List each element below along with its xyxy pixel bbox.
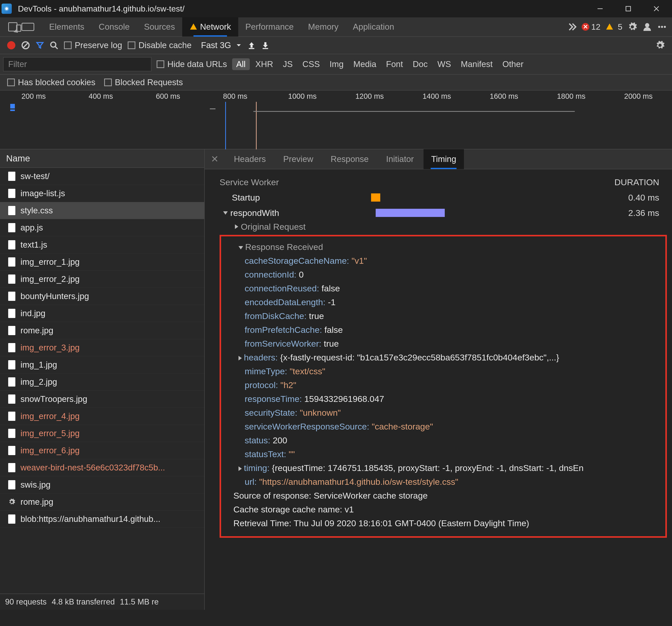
file-icon	[8, 189, 15, 198]
respondwith-label: respondWith	[230, 208, 279, 218]
tab-initiator[interactable]: Initiator	[379, 149, 422, 169]
has-blocked-cookies-checkbox[interactable]: Has blocked cookies	[7, 77, 95, 87]
request-row[interactable]: blob:https://anubhamathur14.github...	[0, 511, 204, 528]
request-row[interactable]: image-list.js	[0, 185, 204, 202]
filter-type-all[interactable]: All	[232, 58, 250, 70]
tab-sources[interactable]: Sources	[137, 17, 182, 37]
request-row[interactable]: img_error_4.jpg	[0, 408, 204, 425]
prop-value: "https://anubhamathur14.github.io/sw-tes…	[259, 477, 458, 487]
blocked-requests-checkbox[interactable]: Blocked Requests	[104, 77, 183, 87]
disable-cache-checkbox[interactable]: Disable cache	[128, 41, 191, 50]
filter-type-xhr[interactable]: XHR	[251, 58, 278, 70]
tab-response[interactable]: Response	[323, 149, 377, 169]
close-detail-icon[interactable]: ✕	[210, 155, 219, 164]
prop-value: 200	[273, 435, 287, 445]
settings-icon[interactable]	[627, 22, 637, 32]
request-row[interactable]: style.css	[0, 202, 204, 219]
response-received-box: Response Received cacheStorageCacheName:…	[220, 235, 667, 538]
expand-icon[interactable]	[235, 224, 238, 229]
user-icon[interactable]	[642, 22, 652, 32]
upload-icon[interactable]	[247, 41, 256, 49]
request-row[interactable]: bountyHunters.jpg	[0, 288, 204, 305]
throttling-select[interactable]: Fast 3G	[197, 41, 242, 50]
file-icon	[8, 429, 15, 438]
request-row[interactable]: img_error_6.jpg	[0, 442, 204, 459]
timeline-tick: 2000 ms	[605, 91, 672, 102]
request-row[interactable]: img_2.jpg	[0, 374, 204, 391]
search-icon[interactable]	[50, 41, 58, 50]
record-button[interactable]	[7, 41, 15, 49]
expand-icon[interactable]	[223, 211, 228, 215]
request-row[interactable]: weaver-bird-nest-56e6c0323df78c5b...	[0, 459, 204, 476]
tab-console[interactable]: Console	[92, 17, 137, 37]
request-row[interactable]: ind.jpg	[0, 305, 204, 322]
request-row[interactable]: swis.jpg	[0, 476, 204, 493]
download-icon[interactable]	[261, 41, 269, 49]
has-blocked-cookies-label: Has blocked cookies	[18, 77, 95, 87]
preserve-log-checkbox[interactable]: Preserve log	[64, 41, 122, 50]
filter-type-manifest[interactable]: Manifest	[457, 58, 497, 70]
prop-value: -1	[328, 297, 335, 307]
timeline-tick: 1600 ms	[470, 91, 538, 102]
request-name: swis.jpg	[21, 480, 50, 490]
expand-icon[interactable]	[239, 246, 243, 249]
request-row[interactable]: img_error_2.jpg	[0, 271, 204, 288]
expand-icon[interactable]	[239, 356, 242, 360]
filter-icon[interactable]	[36, 41, 44, 49]
prop-key: fromServiceWorker:	[245, 339, 321, 348]
warning-badge[interactable]: 5	[605, 22, 622, 32]
timeline-tick: 1400 ms	[403, 91, 471, 102]
expand-icon[interactable]	[239, 466, 242, 471]
timeline-tick: 200 ms	[0, 91, 67, 102]
filter-type-other[interactable]: Other	[498, 58, 528, 70]
request-name: bountyHunters.jpg	[21, 291, 89, 301]
request-row[interactable]: app.js	[0, 219, 204, 236]
filter-type-font[interactable]: Font	[382, 58, 407, 70]
filter-type-img[interactable]: Img	[326, 58, 348, 70]
request-row[interactable]: sw-test/	[0, 168, 204, 185]
request-row[interactable]: rome.jpg	[0, 322, 204, 339]
tab-memory[interactable]: Memory	[301, 17, 346, 37]
request-row[interactable]: img_error_3.jpg	[0, 339, 204, 356]
error-badge[interactable]: ✕12	[582, 22, 601, 32]
clear-icon[interactable]	[21, 41, 30, 50]
request-row[interactable]: text1.js	[0, 236, 204, 254]
name-column-header[interactable]: Name	[0, 149, 204, 168]
tab-application[interactable]: Application	[346, 17, 401, 37]
request-row[interactable]: img_error_5.jpg	[0, 425, 204, 442]
filter-type-js[interactable]: JS	[279, 58, 297, 70]
tab-elements[interactable]: Elements	[42, 17, 92, 37]
prop-key: encodedDataLength:	[245, 297, 326, 307]
close-button[interactable]	[642, 0, 670, 17]
hide-data-urls-checkbox[interactable]: Hide data URLs	[157, 59, 227, 69]
filter-type-media[interactable]: Media	[349, 58, 381, 70]
tab-preview[interactable]: Preview	[275, 149, 321, 169]
request-row[interactable]: img_error_1.jpg	[0, 254, 204, 271]
maximize-button[interactable]	[614, 0, 642, 17]
tab-timing[interactable]: Timing	[424, 149, 464, 169]
tab-network[interactable]: Network	[182, 17, 238, 37]
filter-input[interactable]: Filter	[3, 57, 151, 71]
prop-value: "text/css"	[290, 366, 325, 376]
detail-body: Service WorkerDURATION Startup0.40 ms re…	[205, 169, 672, 610]
minimize-button[interactable]	[586, 0, 614, 17]
prop-key: timing:	[244, 463, 269, 473]
disable-cache-label: Disable cache	[139, 41, 191, 50]
request-name: img_error_5.jpg	[21, 429, 79, 438]
more-tabs-icon[interactable]	[567, 22, 577, 32]
request-row[interactable]: img_1.jpg	[0, 356, 204, 374]
request-name: weaver-bird-nest-56e6c0323df78c5b...	[21, 463, 165, 473]
timeline[interactable]: 200 ms400 ms600 ms800 ms1000 ms1200 ms14…	[0, 91, 672, 149]
device-icon[interactable]	[22, 23, 34, 31]
tab-headers[interactable]: Headers	[226, 149, 273, 169]
filter-type-doc[interactable]: Doc	[409, 58, 432, 70]
svg-rect-14	[249, 48, 254, 49]
filter-type-ws[interactable]: WS	[433, 58, 455, 70]
filter-type-css[interactable]: CSS	[298, 58, 324, 70]
request-row[interactable]: snowTroopers.jpg	[0, 391, 204, 408]
request-row[interactable]: rome.jpg	[0, 493, 204, 511]
kebab-icon[interactable]	[657, 22, 667, 32]
tab-performance[interactable]: Performance	[238, 17, 301, 37]
main-tabs: Elements Console Sources Network Perform…	[0, 17, 672, 37]
network-settings-icon[interactable]	[655, 41, 665, 50]
